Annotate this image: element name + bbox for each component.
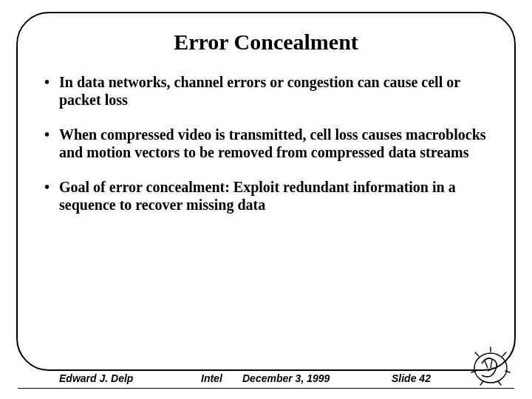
bullet-item: In data networks, channel errors or cong… (43, 74, 489, 109)
slide-frame: Error Concealment In data networks, chan… (16, 12, 516, 371)
footer-slide-number: Slide 42 (392, 372, 431, 384)
bullet-list: In data networks, channel errors or cong… (43, 74, 489, 214)
slide-title: Error Concealment (43, 30, 489, 55)
footer-org: Intel (201, 372, 222, 384)
purdue-logo-icon (468, 346, 513, 387)
footer-divider (18, 388, 514, 389)
bullet-item: Goal of error concealment: Exploit redun… (43, 179, 489, 214)
bullet-item: When compressed video is transmitted, ce… (43, 126, 489, 161)
slide-footer: Edward J. Delp Intel December 3, 1999 Sl… (0, 361, 532, 389)
footer-author: Edward J. Delp (59, 372, 133, 384)
footer-date: December 3, 1999 (242, 372, 330, 384)
